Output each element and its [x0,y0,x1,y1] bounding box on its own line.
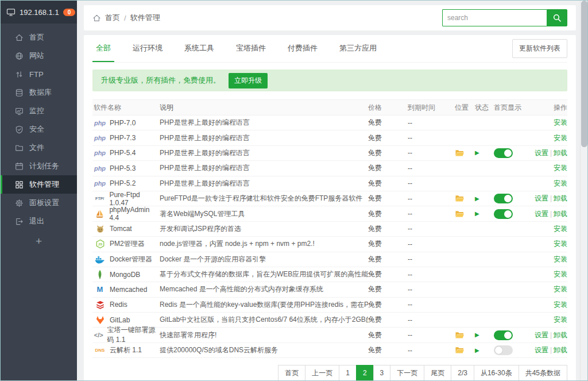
play-icon[interactable]: ▶ [475,348,479,353]
sidebar-item-9[interactable]: 软件管理 [1,175,77,194]
action-link[interactable]: 安装 [554,225,567,233]
open-folder-icon[interactable] [455,346,465,355]
action-link[interactable]: 设置 [535,331,548,339]
home-display-toggle[interactable] [494,148,513,158]
expiry-cell: -- [408,316,455,324]
software-name[interactable]: Redis [110,301,127,309]
action-link[interactable]: 设置 [535,149,548,157]
sidebar-item-2[interactable]: 网站 [1,47,77,65]
open-folder-icon[interactable] [455,149,465,157]
sidebar-item-7[interactable]: 文件 [1,138,77,157]
sidebar-item-1[interactable]: 首页 [1,28,77,47]
software-name[interactable]: Tomcat [110,225,132,233]
update-software-list-button[interactable]: 更新软件列表 [512,39,567,58]
home-display-toggle[interactable] [494,345,513,355]
action-link[interactable]: 卸载 [554,346,567,354]
software-name[interactable]: Pure-Ftpd 1.0.47 [109,191,160,207]
php-icon-text: php [94,149,106,156]
software-name[interactable]: PHP-5.3 [110,164,136,172]
home-display-toggle[interactable] [494,330,513,340]
pagination-info: 从16-30条 [474,365,519,381]
play-icon[interactable]: ▶ [475,196,479,202]
expiry-cell: -- [408,195,455,203]
play-icon[interactable]: ▶ [475,211,479,217]
action-link[interactable]: 安装 [554,255,567,263]
action-link[interactable]: 设置 [535,346,548,354]
action-link[interactable]: 卸载 [554,331,567,339]
add-menu-button[interactable]: + [1,230,77,252]
software-description: 著名Web端MySQL管理工具 [160,209,368,219]
location-cell [455,346,475,355]
action-link[interactable]: 安装 [554,164,567,172]
sidebar-item-6[interactable]: 安全 [1,120,77,138]
home-display-toggle[interactable] [494,209,513,219]
software-name[interactable]: PM2管理器 [110,239,145,249]
scrollbar-track[interactable] [580,1,587,380]
sidebar-item-5[interactable]: 监控 [1,102,77,120]
price-cell: 免费 [368,330,408,340]
home-display-toggle[interactable] [494,194,513,203]
expiry-cell: -- [408,331,455,339]
pagination-button[interactable]: 上一页 [305,365,339,381]
sidebar-item-4[interactable]: 数据库 [1,83,77,102]
pagination-button[interactable]: 尾页 [424,365,451,381]
action-link[interactable]: 设置 [535,210,548,218]
pagination-button[interactable]: 1 [339,365,357,381]
scrollbar-thumb[interactable] [581,1,587,147]
sidebar-item-3[interactable]: FTP [1,65,77,83]
tab-4[interactable]: 宝塔插件 [233,35,269,62]
software-name[interactable]: PHP-7.0 [110,119,136,127]
software-name[interactable]: PHP-7.3 [110,134,136,142]
action-link[interactable]: 安装 [554,270,567,278]
action-link[interactable]: 安装 [554,179,567,187]
software-name[interactable]: 云解析 1.1 [110,345,142,355]
sidebar-item-8[interactable]: 计划任务 [1,157,77,175]
upgrade-now-button[interactable]: 立即升级 [229,73,268,88]
sidebar-item-label: 文件 [29,143,44,153]
tab-1[interactable]: 全部 [92,35,114,62]
message-count-badge[interactable]: 0 [63,9,76,16]
action-link[interactable]: 安装 [554,118,567,126]
php-icon: php [94,120,106,126]
action-link[interactable]: 卸载 [554,210,567,218]
action-link[interactable]: 安装 [554,285,567,293]
software-name[interactable]: Docker管理器 [110,255,152,264]
play-icon[interactable]: ▶ [475,332,479,338]
pagination-button[interactable]: 3 [373,365,391,381]
sidebar-item-11[interactable]: 退出 [1,212,77,230]
pagination-button[interactable]: 2 [356,365,374,381]
action-separator: | [550,210,552,218]
pagination-button[interactable]: 下一页 [390,365,424,381]
open-folder-icon[interactable] [455,194,465,203]
tab-5[interactable]: 付费插件 [284,35,321,62]
software-name[interactable]: MongoDB [110,271,140,279]
action-link[interactable]: 卸载 [554,194,567,202]
software-name[interactable]: PHP-5.4 [110,149,136,157]
software-name[interactable]: GitLab [110,316,130,324]
open-folder-icon[interactable] [455,210,465,218]
software-description: PHP是世界上最好的编程语言 [160,148,368,158]
sidebar-item-label: 监控 [29,106,44,116]
tab-6[interactable]: 第三方应用 [336,35,380,62]
search-button[interactable] [547,9,567,26]
action-link[interactable]: 安装 [554,315,567,324]
tab-3[interactable]: 系统工具 [181,35,218,62]
action-link[interactable]: 设置 [535,194,548,202]
action-link[interactable]: 卸载 [554,149,567,157]
memcached-icon: M [94,285,106,294]
sidebar-item-10[interactable]: 面板设置 [1,194,77,212]
software-name[interactable]: 宝塔一键部署源码 1.1 [107,325,160,345]
pagination-button[interactable]: 首页 [278,365,305,381]
search-input[interactable] [442,9,547,26]
software-name[interactable]: phpMyAdmin 4.4 [109,206,160,222]
open-folder-icon[interactable] [455,331,465,340]
software-name[interactable]: Memcached [110,286,147,294]
action-link[interactable]: 安装 [554,240,567,248]
server-header[interactable]: 192.168.1.1 0 [1,1,77,24]
software-name[interactable]: PHP-5.2 [110,179,136,187]
action-link[interactable]: 安装 [554,301,567,309]
breadcrumb-home-link[interactable]: 首页 [105,13,120,23]
tab-2[interactable]: 运行环境 [129,35,166,62]
play-icon[interactable]: ▶ [475,150,479,156]
action-link[interactable]: 安装 [554,134,567,142]
